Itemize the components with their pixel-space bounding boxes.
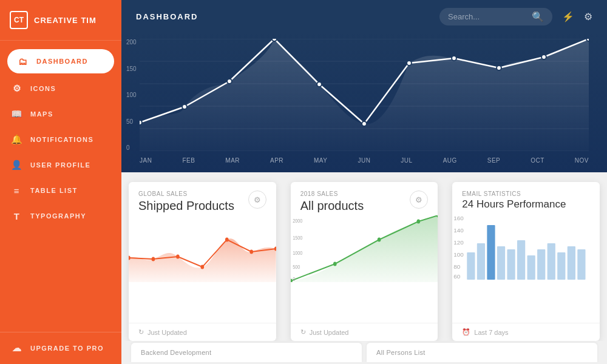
svg-point-14 bbox=[497, 66, 501, 70]
header: DASHBOARD 🔍 ⚡ ⚙ bbox=[121, 0, 607, 33]
sidebar-item-dashboard[interactable]: 🗂 DASHBOARD bbox=[7, 49, 114, 73]
gear-button-shipped[interactable]: ⚙ bbox=[248, 190, 266, 209]
table-list-icon: ≡ bbox=[11, 184, 23, 197]
clock-icon: ⏰ bbox=[462, 328, 470, 336]
svg-point-11 bbox=[362, 121, 367, 126]
svg-rect-49 bbox=[558, 252, 566, 280]
svg-rect-50 bbox=[568, 246, 575, 280]
card-shipped-products: Global Sales Shipped Products ⚙ bbox=[129, 182, 276, 341]
card-header-all: 2018 Sales All products ⚙ bbox=[291, 182, 438, 215]
search-icon[interactable]: 🔍 bbox=[532, 11, 544, 22]
svg-point-20 bbox=[201, 265, 205, 269]
upgrade-label: UPGRADE TO PRO bbox=[30, 345, 104, 352]
user-profile-icon: 👤 bbox=[11, 159, 23, 171]
header-right: 🔍 ⚡ ⚙ bbox=[439, 8, 592, 25]
brand-logo: CT bbox=[10, 11, 28, 29]
sidebar-item-table-list[interactable]: ≡ TABLE LIST bbox=[0, 178, 121, 203]
sidebar: CT CREATIVE TIM 🗂 DASHBOARD ⚙ ICONS 📖 MA… bbox=[0, 0, 121, 364]
svg-rect-45 bbox=[517, 240, 525, 280]
svg-rect-42 bbox=[487, 225, 495, 280]
svg-point-21 bbox=[225, 238, 229, 242]
gear-button-all[interactable]: ⚙ bbox=[410, 190, 428, 209]
svg-point-6 bbox=[140, 120, 142, 125]
sidebar-item-maps[interactable]: 📖 MAPS bbox=[0, 101, 121, 127]
activity-icon[interactable]: ⚡ bbox=[562, 11, 574, 22]
svg-rect-41 bbox=[477, 243, 485, 280]
svg-point-26 bbox=[377, 238, 381, 242]
upgrade-to-pro-item[interactable]: ☁ UPGRADE TO PRO bbox=[11, 342, 110, 354]
svg-point-16 bbox=[586, 39, 589, 41]
bottom-card-backend: Backend Development bbox=[131, 343, 362, 362]
svg-point-19 bbox=[176, 255, 180, 259]
svg-point-7 bbox=[182, 104, 187, 109]
svg-point-22 bbox=[249, 250, 253, 254]
svg-point-24 bbox=[291, 279, 293, 283]
bottom-card-persons: All Persons List bbox=[367, 343, 597, 362]
brand: CT CREATIVE TIM bbox=[0, 0, 121, 41]
search-input[interactable] bbox=[448, 12, 527, 21]
sidebar-item-label-table-list: TABLE LIST bbox=[30, 187, 78, 194]
svg-point-12 bbox=[407, 61, 412, 66]
typography-icon: T bbox=[11, 210, 23, 222]
card-chart-shipped bbox=[129, 215, 276, 323]
svg-point-15 bbox=[541, 55, 546, 59]
svg-rect-46 bbox=[527, 255, 535, 280]
sidebar-bottom: ☁ UPGRADE TO PRO bbox=[0, 332, 121, 364]
sidebar-item-user-profile[interactable]: 👤 USER PROFILE bbox=[0, 152, 121, 178]
card-title-all: All products bbox=[300, 198, 364, 213]
svg-point-9 bbox=[272, 39, 277, 41]
svg-point-18 bbox=[152, 257, 155, 261]
search-box[interactable]: 🔍 bbox=[439, 8, 552, 25]
svg-text:80: 80 bbox=[454, 264, 461, 270]
card-footer-shipped: ↻ Just Updated bbox=[129, 323, 276, 341]
sidebar-item-typography[interactable]: T TYPOGRAPHY bbox=[0, 203, 121, 229]
brand-name: CREATIVE TIM bbox=[34, 16, 97, 25]
svg-rect-48 bbox=[548, 243, 555, 280]
svg-text:1500: 1500 bbox=[293, 235, 303, 241]
sidebar-item-label-typography: TYPOGRAPHY bbox=[30, 212, 86, 220]
svg-text:500: 500 bbox=[293, 264, 300, 270]
svg-rect-44 bbox=[507, 249, 515, 280]
footer-text-24h: Last 7 days bbox=[474, 329, 508, 336]
card-label-shipped: Global Sales bbox=[138, 190, 234, 197]
card-label-24h: Email Statistics bbox=[462, 190, 566, 197]
bottom-label-backend: Backend Development bbox=[141, 349, 211, 356]
settings-icon[interactable]: ⚙ bbox=[584, 11, 592, 22]
sidebar-item-label-icons: ICONS bbox=[30, 85, 56, 92]
svg-rect-43 bbox=[497, 246, 505, 280]
card-title-24h: 24 Hours Performance bbox=[462, 198, 566, 211]
maps-icon: 📖 bbox=[11, 108, 23, 120]
svg-text:140: 140 bbox=[454, 228, 464, 234]
chart-x-labels: JAN FEB MAR APR MAY JUN JUL AUG SEP OCT … bbox=[140, 155, 589, 167]
svg-text:100: 100 bbox=[454, 252, 464, 258]
page-title: DASHBOARD bbox=[136, 12, 198, 21]
bottom-row: Backend Development All Persons List bbox=[121, 341, 607, 364]
svg-point-13 bbox=[452, 56, 456, 61]
svg-point-10 bbox=[317, 82, 322, 87]
bottom-label-persons: All Persons List bbox=[376, 349, 426, 356]
card-chart-24h: 160 140 120 100 80 60 bbox=[452, 213, 600, 323]
refresh-icon-shipped: ↻ bbox=[138, 328, 144, 336]
sidebar-item-label-user-profile: USER PROFILE bbox=[30, 161, 90, 169]
sidebar-item-icons[interactable]: ⚙ ICONS bbox=[0, 76, 121, 101]
svg-text:60: 60 bbox=[454, 274, 461, 280]
svg-text:2000: 2000 bbox=[293, 218, 303, 224]
notifications-icon: 🔔 bbox=[11, 133, 23, 146]
card-all-products: 2018 Sales All products ⚙ bbox=[291, 182, 438, 341]
svg-text:1000: 1000 bbox=[293, 250, 303, 256]
svg-point-8 bbox=[227, 79, 232, 84]
svg-rect-51 bbox=[578, 249, 586, 280]
svg-rect-40 bbox=[467, 252, 475, 280]
footer-text-all: Just Updated bbox=[310, 329, 349, 336]
card-24h: Email Statistics 24 Hours Performance 16… bbox=[452, 182, 600, 341]
svg-text:0: 0 bbox=[293, 276, 295, 282]
sidebar-item-label-maps: MAPS bbox=[30, 110, 53, 118]
svg-text:120: 120 bbox=[454, 240, 464, 246]
sidebar-item-notifications[interactable]: 🔔 NOTIFICATIONS bbox=[0, 127, 121, 152]
cloud-icon: ☁ bbox=[11, 342, 23, 354]
card-header-24h: Email Statistics 24 Hours Performance bbox=[452, 182, 600, 213]
sidebar-item-label-dashboard: DASHBOARD bbox=[36, 58, 88, 65]
main-chart-svg bbox=[140, 39, 589, 151]
card-footer-24h: ⏰ Last 7 days bbox=[452, 323, 600, 341]
card-title-shipped: Shipped Products bbox=[138, 198, 234, 213]
